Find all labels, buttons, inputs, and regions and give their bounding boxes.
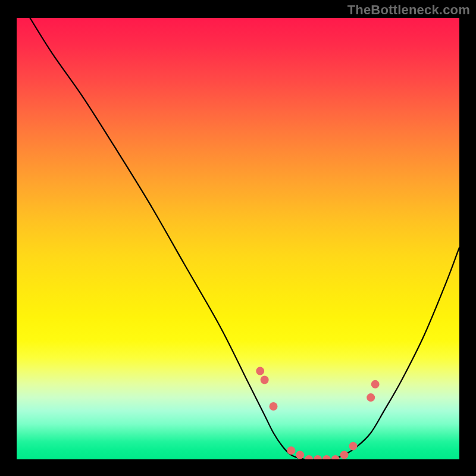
highlight-dot — [270, 402, 278, 411]
bottleneck-curve — [30, 18, 459, 459]
highlight-dot — [287, 446, 295, 455]
highlight-dots — [256, 367, 379, 459]
plot-area — [17, 18, 459, 459]
highlight-dot — [305, 455, 313, 459]
highlight-dot — [256, 367, 264, 375]
highlight-dot — [367, 393, 375, 402]
highlight-dot — [296, 451, 304, 459]
highlight-dot — [314, 455, 322, 459]
highlight-dot — [349, 442, 357, 450]
curve-svg — [17, 18, 459, 459]
highlight-dot — [340, 451, 349, 459]
highlight-dot — [261, 375, 269, 384]
highlight-dot — [371, 380, 380, 389]
watermark-text: TheBottleneck.com — [347, 2, 470, 18]
highlight-dot — [322, 455, 331, 459]
highlight-dot — [331, 455, 340, 459]
chart-frame: TheBottleneck.com — [0, 0, 476, 476]
